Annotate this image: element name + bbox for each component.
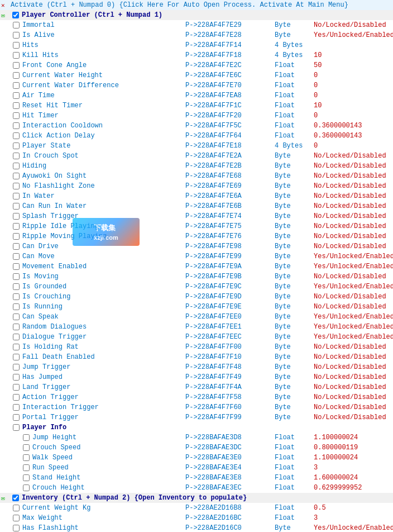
entry-checkbox[interactable] — [13, 32, 20, 39]
entry-value[interactable]: No/Locked/Disabled — [314, 243, 392, 250]
entry-checkbox[interactable] — [13, 163, 20, 169]
entry-value[interactable]: No/Locked/Disabled — [314, 343, 392, 351]
entry-value[interactable]: 0.3600000143 — [314, 122, 392, 130]
entry-checkbox[interactable] — [13, 82, 20, 89]
entry-checkbox[interactable] — [13, 273, 20, 280]
entry-checkbox[interactable] — [13, 324, 20, 330]
entry-checkbox[interactable] — [23, 474, 30, 481]
entry-value[interactable]: Yes/Unlocked/Enabled — [314, 283, 392, 291]
entry-value[interactable]: 3 — [314, 514, 392, 522]
entry-checkbox[interactable] — [13, 283, 20, 290]
entry-value[interactable]: Yes/Unlocked/Enabled — [314, 524, 392, 532]
entry-value[interactable]: 0.5 — [314, 504, 392, 512]
entry-value[interactable]: Yes/Unlocked/Enabled — [314, 263, 392, 270]
entry-value[interactable]: No/Locked/Disabled — [314, 303, 392, 311]
entry-value[interactable]: 0 — [314, 72, 392, 79]
entry-value[interactable]: Yes/Unlocked/Enabled — [314, 313, 392, 321]
entry-checkbox[interactable] — [13, 263, 20, 270]
activate-label[interactable]: Activate (Ctrl + Numpad 0) {Click Here F… — [11, 1, 392, 9]
entry-checkbox[interactable] — [13, 404, 20, 411]
entry-checkbox[interactable] — [13, 364, 20, 370]
section-checkbox[interactable] — [12, 495, 19, 501]
entry-checkbox[interactable] — [23, 464, 30, 471]
entry-checkbox[interactable] — [13, 374, 20, 381]
entry-value[interactable]: No/Locked/Disabled — [314, 182, 392, 190]
section-name[interactable]: Inventory (Ctrl + Numpad 2) {Open Invent… — [21, 494, 392, 502]
entry-checkbox[interactable] — [13, 233, 20, 240]
entry-value[interactable]: No/Locked/Disabled — [314, 293, 392, 301]
entry-checkbox[interactable] — [13, 223, 20, 230]
entry-value[interactable]: 1.100000024 — [314, 434, 392, 441]
entry-checkbox[interactable] — [13, 22, 20, 28]
entry-checkbox[interactable] — [13, 203, 20, 210]
entry-value[interactable]: 10 — [314, 102, 392, 110]
entry-checkbox[interactable] — [13, 243, 20, 250]
entry-checkbox[interactable] — [13, 52, 20, 59]
section-name[interactable]: Player Controller (Ctrl + Numpad 1) — [21, 11, 392, 19]
entry-value[interactable]: 10 — [314, 51, 392, 59]
entry-checkbox[interactable] — [13, 314, 20, 320]
entry-checkbox[interactable] — [13, 253, 20, 260]
entry-value[interactable]: No/Locked/Disabled — [314, 363, 392, 371]
entry-checkbox[interactable] — [13, 42, 20, 49]
entry-value[interactable]: 0 — [314, 82, 392, 89]
entry-value[interactable]: No/Locked/Disabled — [314, 232, 392, 240]
entry-value[interactable]: 0 — [314, 92, 392, 99]
entry-checkbox[interactable] — [23, 444, 30, 451]
entry-checkbox[interactable] — [13, 72, 20, 79]
entry-value[interactable]: No/Locked/Disabled — [314, 414, 392, 421]
entry-checkbox[interactable] — [13, 344, 20, 350]
entry-value[interactable]: 0.800000119 — [314, 444, 392, 452]
entry-value[interactable]: No/Locked/Disabled — [314, 273, 392, 281]
entry-checkbox[interactable] — [13, 183, 20, 189]
entry-checkbox[interactable] — [23, 454, 30, 461]
entry-value[interactable]: 3 — [314, 464, 392, 472]
entry-value[interactable]: 0 — [314, 112, 392, 120]
entry-checkbox[interactable] — [13, 142, 20, 149]
entry-value[interactable]: No/Locked/Disabled — [314, 202, 392, 210]
entry-value[interactable]: 50 — [314, 61, 392, 69]
entry-checkbox[interactable] — [13, 354, 20, 360]
entry-checkbox[interactable] — [13, 153, 20, 159]
entry-value[interactable]: Yes/Unlocked/Enabled — [314, 31, 392, 39]
entry-value[interactable]: No/Locked/Disabled — [314, 162, 392, 170]
entry-value[interactable]: 0.3600000143 — [314, 132, 392, 140]
entry-value[interactable]: 0 — [314, 142, 392, 150]
section-checkbox[interactable] — [12, 12, 19, 18]
entry-checkbox[interactable] — [13, 515, 20, 521]
entry-value[interactable]: No/Locked/Disabled — [314, 152, 392, 160]
entry-value[interactable]: 0.6299999952 — [314, 484, 392, 492]
entry-checkbox[interactable] — [13, 132, 20, 139]
entry-checkbox[interactable] — [13, 414, 20, 421]
entry-checkbox[interactable] — [13, 122, 20, 129]
entry-checkbox[interactable] — [13, 293, 20, 300]
entry-value[interactable]: Yes/Unlocked/Enabled — [314, 333, 392, 341]
entry-checkbox[interactable] — [13, 394, 20, 401]
entry-value[interactable]: Yes/Unlocked/Enabled — [314, 323, 392, 331]
entry-checkbox[interactable] — [13, 505, 20, 511]
entry-checkbox[interactable] — [13, 92, 20, 99]
entry-value[interactable]: No/Locked/Disabled — [314, 222, 392, 230]
entry-checkbox[interactable] — [13, 62, 20, 69]
entry-value[interactable]: No/Locked/Disabled — [314, 172, 392, 180]
entry-value[interactable]: No/Locked/Disabled — [314, 21, 392, 29]
entry-value[interactable]: Yes/Unlocked/Enabled — [314, 253, 392, 260]
entry-checkbox[interactable] — [13, 384, 20, 391]
entry-value[interactable]: No/Locked/Disabled — [314, 212, 392, 220]
entry-value[interactable]: No/Locked/Disabled — [314, 403, 392, 411]
entry-value[interactable]: No/Locked/Disabled — [314, 383, 392, 391]
entry-value[interactable]: No/Locked/Disabled — [314, 393, 392, 401]
entry-checkbox[interactable] — [13, 334, 20, 340]
entry-checkbox[interactable] — [13, 102, 20, 109]
entry-checkbox[interactable] — [13, 424, 20, 431]
entry-checkbox[interactable] — [13, 112, 20, 119]
entry-value[interactable]: No/Locked/Disabled — [314, 373, 392, 381]
entry-value[interactable]: 1.600000024 — [314, 474, 392, 482]
entry-checkbox[interactable] — [23, 484, 30, 491]
entry-checkbox[interactable] — [13, 525, 20, 531]
entry-checkbox[interactable] — [13, 193, 20, 200]
entry-value[interactable]: No/Locked/Disabled — [314, 353, 392, 361]
entry-checkbox[interactable] — [23, 434, 30, 441]
entry-checkbox[interactable] — [13, 173, 20, 179]
entry-value[interactable]: 1.100000024 — [314, 454, 392, 462]
